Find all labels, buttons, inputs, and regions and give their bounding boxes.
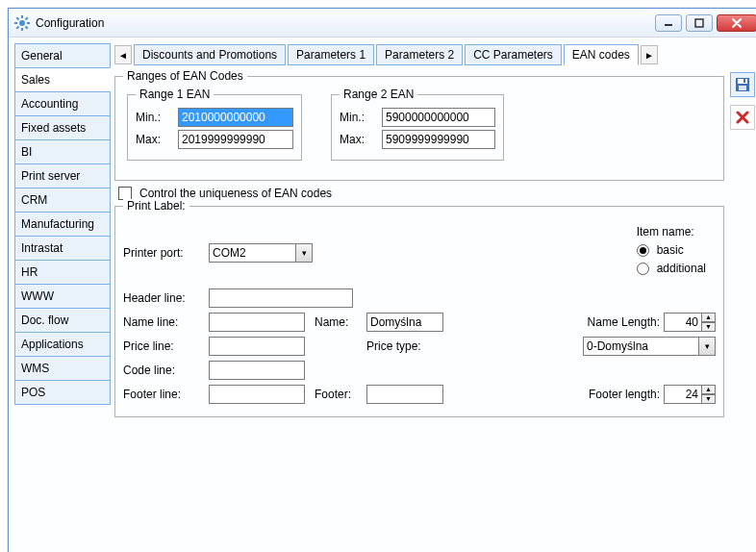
price-type-label: Price type: — [366, 339, 434, 353]
range2-max-input[interactable] — [382, 130, 495, 149]
price-type-dropdown[interactable]: ▾ — [698, 337, 716, 356]
sidebar-item-label: Applications — [21, 338, 84, 351]
sidebar-item-pos[interactable]: POS — [14, 380, 111, 405]
uniqueness-label: Control the uniqueness of EAN codes — [139, 187, 332, 200]
name-label: Name: — [315, 315, 363, 329]
tab-cc-parameters[interactable]: CC Parameters — [465, 44, 562, 65]
sidebar-item-label: Accounting — [21, 97, 78, 111]
printer-port-label: Printer port: — [123, 246, 205, 260]
footer-length-down[interactable]: ▼ — [702, 394, 716, 404]
footer-length-up[interactable]: ▲ — [702, 385, 716, 394]
group-legend: Range 1 EAN — [136, 88, 214, 101]
sidebar-item-sales[interactable]: Sales — [14, 67, 111, 92]
printer-port-input[interactable] — [209, 243, 295, 263]
group-legend: Range 2 EAN — [340, 88, 417, 101]
sidebar: General Sales Accounting Fixed assets BI… — [14, 43, 111, 552]
name-line-input[interactable] — [209, 313, 305, 332]
group-ean-ranges: Ranges of EAN Codes Range 1 EAN Min.: Ma… — [114, 76, 724, 181]
footer-length-input[interactable] — [664, 385, 702, 404]
range2-min-input[interactable] — [382, 108, 495, 127]
range2-max-label: Max: — [340, 133, 378, 146]
name-length-up[interactable]: ▲ — [702, 313, 716, 322]
range1-max-input[interactable] — [178, 130, 293, 149]
sidebar-item-doc-flow[interactable]: Doc. flow — [14, 308, 111, 333]
footer-input[interactable] — [366, 385, 443, 404]
uniqueness-checkbox[interactable] — [118, 187, 132, 200]
item-name-group: Item name: basic additional — [627, 221, 716, 284]
sidebar-item-accounting[interactable]: Accounting — [14, 91, 111, 116]
minimize-button[interactable] — [655, 14, 682, 32]
close-button[interactable] — [717, 14, 756, 32]
floppy-icon — [735, 77, 750, 92]
code-line-input[interactable] — [209, 361, 305, 380]
sidebar-item-fixed-assets[interactable]: Fixed assets — [14, 115, 111, 140]
configuration-window: Configuration General Sales Accounting F… — [8, 8, 756, 552]
sidebar-item-label: Doc. flow — [21, 314, 68, 327]
svg-rect-10 — [695, 19, 703, 27]
radio-additional-label: additional — [657, 262, 706, 275]
tab-discounts[interactable]: Discounts and Promotions — [134, 44, 286, 65]
sidebar-item-hr[interactable]: HR — [14, 260, 111, 285]
range2-min-label: Min.: — [340, 111, 378, 124]
sidebar-item-print-server[interactable]: Print server — [14, 163, 111, 188]
window-title: Configuration — [36, 16, 655, 30]
svg-point-0 — [19, 20, 25, 26]
tab-scroll-right[interactable]: ► — [641, 45, 658, 64]
footer-label: Footer: — [315, 388, 363, 401]
save-button[interactable] — [730, 72, 755, 97]
cancel-button[interactable] — [730, 105, 755, 130]
group-legend: Print Label: — [123, 199, 189, 213]
name-length-down[interactable]: ▼ — [702, 322, 716, 332]
footer-length-label: Footer length: — [589, 388, 660, 401]
main-area: ◄ Discounts and Promotions Parameters 1 … — [114, 43, 756, 552]
tab-parameters-1[interactable]: Parameters 1 — [288, 44, 374, 65]
radio-basic-label: basic — [657, 243, 684, 257]
name-length-label: Name Length: — [588, 315, 660, 329]
sidebar-item-intrastat[interactable]: Intrastat — [14, 236, 111, 261]
sidebar-item-general[interactable]: General — [14, 43, 111, 68]
price-type-input[interactable] — [583, 337, 698, 356]
sidebar-item-label: Fixed assets — [21, 121, 86, 135]
group-range-1: Range 1 EAN Min.: Max: — [127, 94, 302, 161]
sidebar-item-manufacturing[interactable]: Manufacturing — [14, 212, 111, 237]
header-line-input[interactable] — [209, 289, 353, 308]
name-input[interactable] — [366, 313, 443, 332]
footer-line-input[interactable] — [209, 385, 305, 404]
item-name-title: Item name: — [637, 225, 706, 238]
maximize-button[interactable] — [686, 14, 713, 32]
radio-basic[interactable] — [637, 244, 649, 257]
svg-line-6 — [26, 26, 28, 28]
sidebar-item-label: Print server — [21, 169, 80, 183]
sidebar-item-label: POS — [21, 386, 45, 399]
sidebar-item-label: BI — [21, 145, 32, 159]
range1-min-input[interactable] — [178, 108, 293, 127]
sidebar-item-label: CRM — [21, 193, 47, 207]
radio-additional[interactable] — [637, 263, 649, 275]
code-line-label: Code line: — [123, 364, 205, 377]
svg-line-8 — [26, 17, 28, 19]
header-line-label: Header line: — [123, 291, 205, 305]
sidebar-item-wms[interactable]: WMS — [14, 356, 111, 381]
name-length-input[interactable] — [664, 313, 702, 332]
sidebar-item-www[interactable]: WWW — [14, 284, 111, 309]
range1-max-label: Max: — [136, 133, 174, 146]
sidebar-item-label: General — [21, 49, 63, 63]
sidebar-item-label: Manufacturing — [21, 217, 94, 231]
printer-port-dropdown[interactable]: ▾ — [295, 243, 313, 263]
svg-rect-14 — [743, 79, 745, 83]
tab-parameters-2[interactable]: Parameters 2 — [376, 44, 463, 65]
tab-ean-codes[interactable]: EAN codes — [564, 44, 639, 65]
sidebar-item-crm[interactable]: CRM — [14, 188, 111, 213]
range1-min-label: Min.: — [136, 111, 174, 124]
svg-rect-12 — [738, 79, 747, 84]
tab-scroll-left[interactable]: ◄ — [114, 45, 132, 64]
svg-rect-13 — [739, 86, 746, 90]
sidebar-item-label: WMS — [21, 362, 49, 375]
sidebar-item-label: HR — [21, 265, 38, 279]
svg-line-5 — [16, 17, 18, 19]
sidebar-item-bi[interactable]: BI — [14, 139, 111, 164]
right-toolbar — [728, 72, 756, 552]
price-line-input[interactable] — [209, 337, 305, 356]
sidebar-item-applications[interactable]: Applications — [14, 332, 111, 357]
group-print-label: Print Label: Printer port: ▾ Item name: … — [114, 206, 724, 417]
